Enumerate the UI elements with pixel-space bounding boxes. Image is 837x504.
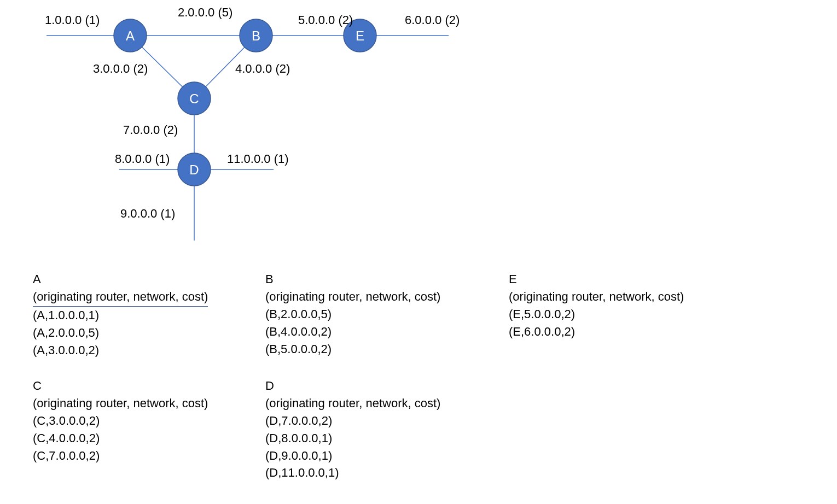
router-block-d: D (originating router, network, cost) (D…: [265, 377, 440, 482]
router-row: (E,5.0.0.0,2): [509, 306, 684, 323]
router-block-c: C (originating router, network, cost) (C…: [33, 377, 208, 464]
router-name-c: C: [33, 377, 208, 395]
node-a: A: [114, 19, 147, 52]
svg-text:A: A: [126, 28, 135, 43]
router-row: (C,7.0.0.0,2): [33, 447, 208, 465]
svg-text:B: B: [252, 28, 260, 43]
router-name-e: E: [509, 271, 684, 288]
router-row: (D,9.0.0.0,1): [265, 447, 440, 465]
node-c: C: [178, 82, 211, 115]
router-header-d: (originating router, network, cost): [265, 395, 440, 412]
label-edge-1: 1.0.0.0 (1): [45, 13, 100, 27]
router-row: (A,1.0.0.0,1): [33, 307, 208, 324]
router-block-b: B (originating router, network, cost) (B…: [265, 271, 440, 358]
label-edge-6: 6.0.0.0 (2): [405, 13, 460, 27]
router-row: (B,2.0.0.0,5): [265, 306, 440, 323]
label-edge-7: 7.0.0.0 (2): [123, 123, 178, 137]
router-row: (B,5.0.0.0,2): [265, 341, 440, 358]
label-edge-4: 4.0.0.0 (2): [235, 62, 290, 76]
router-header-b: (originating router, network, cost): [265, 288, 440, 306]
router-header-e: (originating router, network, cost): [509, 288, 684, 306]
router-row: (B,4.0.0.0,2): [265, 323, 440, 341]
router-row: (A,2.0.0.0,5): [33, 324, 208, 342]
router-header-a: (originating router, network, cost): [33, 288, 208, 307]
svg-text:D: D: [189, 162, 199, 177]
router-row: (E,6.0.0.0,2): [509, 323, 684, 341]
network-diagram: A B E C D: [0, 0, 492, 257]
svg-text:E: E: [356, 28, 364, 43]
router-row: (C,4.0.0.0,2): [33, 430, 208, 447]
label-edge-5: 5.0.0.0 (2): [298, 13, 353, 27]
router-row: (D,8.0.0.0,1): [265, 430, 440, 447]
router-name-a: A: [33, 271, 208, 288]
label-edge-11: 11.0.0.0 (1): [227, 152, 289, 166]
svg-text:C: C: [189, 91, 199, 106]
router-header-c: (originating router, network, cost): [33, 395, 208, 412]
router-row: (A,3.0.0.0,2): [33, 342, 208, 359]
router-block-a: A (originating router, network, cost) (A…: [33, 271, 208, 359]
router-name-d: D: [265, 377, 440, 395]
router-row: (D,11.0.0.0,1): [265, 464, 440, 482]
label-edge-3: 3.0.0.0 (2): [93, 62, 148, 76]
router-row: (D,7.0.0.0,2): [265, 412, 440, 430]
node-b: B: [240, 19, 272, 52]
page: { "nodes": { "A": "A", "B": "B", "C": "C…: [0, 0, 837, 504]
router-block-e: E (originating router, network, cost) (E…: [509, 271, 684, 341]
label-edge-2: 2.0.0.0 (5): [178, 5, 233, 20]
router-name-b: B: [265, 271, 440, 288]
node-d: D: [178, 153, 211, 186]
label-edge-8: 8.0.0.0 (1): [115, 152, 170, 166]
label-edge-9: 9.0.0.0 (1): [120, 207, 175, 221]
router-row: (C,3.0.0.0,2): [33, 412, 208, 430]
